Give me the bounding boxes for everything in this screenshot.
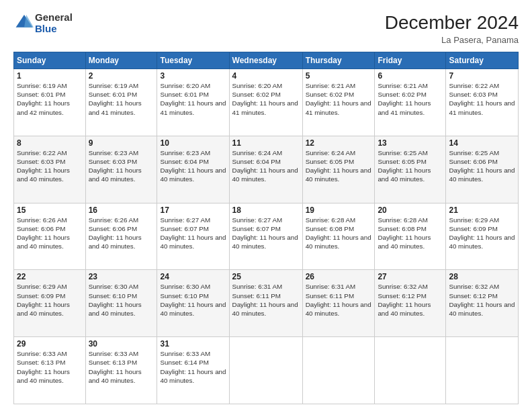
table-row: 7 Sunrise: 6:22 AM Sunset: 6:03 PM Dayli…	[446, 69, 519, 136]
table-row: 3 Sunrise: 6:20 AM Sunset: 6:01 PM Dayli…	[157, 69, 229, 136]
day-info: Sunrise: 6:33 AM Sunset: 6:13 PM Dayligh…	[17, 349, 83, 385]
col-wednesday: Wednesday	[229, 52, 302, 69]
table-row: 21 Sunrise: 6:29 AM Sunset: 6:09 PM Dayl…	[446, 203, 519, 270]
calendar-table: Sunday Monday Tuesday Wednesday Thursday…	[13, 52, 519, 404]
day-info: Sunrise: 6:29 AM Sunset: 6:09 PM Dayligh…	[449, 216, 515, 251]
col-friday: Friday	[375, 52, 446, 69]
day-info: Sunrise: 6:30 AM Sunset: 6:10 PM Dayligh…	[89, 282, 154, 318]
table-row: 14 Sunrise: 6:25 AM Sunset: 6:06 PM Dayl…	[446, 136, 519, 203]
table-row: 11 Sunrise: 6:24 AM Sunset: 6:04 PM Dayl…	[229, 136, 302, 203]
title-block: December 2024 La Pasera, Panama	[385, 12, 519, 45]
table-row: 10 Sunrise: 6:23 AM Sunset: 6:04 PM Dayl…	[157, 136, 229, 203]
day-number: 22	[17, 272, 83, 281]
table-row: 30 Sunrise: 6:33 AM Sunset: 6:13 PM Dayl…	[85, 337, 157, 404]
day-info: Sunrise: 6:25 AM Sunset: 6:06 PM Dayligh…	[449, 148, 515, 184]
col-sunday: Sunday	[14, 52, 86, 69]
day-number: 4	[232, 71, 300, 81]
month-title: December 2024	[385, 12, 519, 34]
logo-text: General Blue	[35, 12, 73, 34]
day-number: 29	[17, 339, 83, 349]
table-row: 1 Sunrise: 6:19 AM Sunset: 6:01 PM Dayli…	[14, 69, 86, 136]
day-info: Sunrise: 6:24 AM Sunset: 6:04 PM Dayligh…	[232, 148, 300, 184]
day-number: 26	[306, 272, 372, 281]
table-row: 27 Sunrise: 6:32 AM Sunset: 6:12 PM Dayl…	[375, 270, 446, 337]
day-number: 10	[160, 138, 226, 148]
table-row: 4 Sunrise: 6:20 AM Sunset: 6:02 PM Dayli…	[229, 69, 302, 136]
table-row: 9 Sunrise: 6:23 AM Sunset: 6:03 PM Dayli…	[85, 136, 157, 203]
day-info: Sunrise: 6:28 AM Sunset: 6:08 PM Dayligh…	[306, 216, 372, 251]
day-info: Sunrise: 6:25 AM Sunset: 6:05 PM Dayligh…	[378, 148, 443, 184]
table-row: 8 Sunrise: 6:22 AM Sunset: 6:03 PM Dayli…	[14, 136, 86, 203]
day-number: 18	[232, 205, 300, 215]
location: La Pasera, Panama	[385, 35, 519, 45]
table-row: 13 Sunrise: 6:25 AM Sunset: 6:05 PM Dayl…	[375, 136, 446, 203]
day-number: 2	[89, 71, 154, 81]
day-info: Sunrise: 6:23 AM Sunset: 6:03 PM Dayligh…	[89, 148, 154, 184]
table-row: 5 Sunrise: 6:21 AM Sunset: 6:02 PM Dayli…	[302, 69, 375, 136]
table-row: 20 Sunrise: 6:28 AM Sunset: 6:08 PM Dayl…	[375, 203, 446, 270]
calendar-body: 1 Sunrise: 6:19 AM Sunset: 6:01 PM Dayli…	[14, 69, 519, 404]
col-monday: Monday	[85, 52, 157, 69]
day-number: 30	[89, 339, 154, 349]
day-number: 8	[17, 138, 83, 148]
table-row: 26 Sunrise: 6:31 AM Sunset: 6:11 PM Dayl…	[302, 270, 375, 337]
day-number: 23	[89, 272, 154, 281]
logo: General Blue	[13, 12, 73, 34]
table-row: 29 Sunrise: 6:33 AM Sunset: 6:13 PM Dayl…	[14, 337, 86, 404]
table-row	[229, 337, 302, 404]
col-tuesday: Tuesday	[157, 52, 229, 69]
day-info: Sunrise: 6:19 AM Sunset: 6:01 PM Dayligh…	[17, 81, 83, 117]
day-number: 25	[232, 272, 300, 281]
table-row	[446, 337, 519, 404]
day-number: 1	[17, 71, 83, 81]
logo-icon	[15, 13, 34, 32]
day-number: 16	[89, 205, 154, 215]
day-info: Sunrise: 6:27 AM Sunset: 6:07 PM Dayligh…	[232, 216, 300, 251]
day-info: Sunrise: 6:28 AM Sunset: 6:08 PM Dayligh…	[378, 216, 443, 251]
day-info: Sunrise: 6:26 AM Sunset: 6:06 PM Dayligh…	[89, 216, 154, 251]
day-number: 13	[378, 138, 443, 148]
day-info: Sunrise: 6:32 AM Sunset: 6:12 PM Dayligh…	[378, 282, 443, 318]
day-info: Sunrise: 6:20 AM Sunset: 6:01 PM Dayligh…	[160, 81, 226, 117]
day-number: 27	[378, 272, 443, 281]
header: General Blue December 2024 La Pasera, Pa…	[13, 12, 519, 45]
table-row: 31 Sunrise: 6:33 AM Sunset: 6:14 PM Dayl…	[157, 337, 229, 404]
day-info: Sunrise: 6:21 AM Sunset: 6:02 PM Dayligh…	[306, 81, 372, 117]
day-number: 5	[306, 71, 372, 81]
day-info: Sunrise: 6:31 AM Sunset: 6:11 PM Dayligh…	[306, 282, 372, 318]
svg-marker-1	[24, 15, 34, 28]
table-row: 23 Sunrise: 6:30 AM Sunset: 6:10 PM Dayl…	[85, 270, 157, 337]
day-number: 9	[89, 138, 154, 148]
day-info: Sunrise: 6:23 AM Sunset: 6:04 PM Dayligh…	[160, 148, 226, 184]
table-row: 12 Sunrise: 6:24 AM Sunset: 6:05 PM Dayl…	[302, 136, 375, 203]
day-number: 21	[449, 205, 515, 215]
page: General Blue December 2024 La Pasera, Pa…	[0, 0, 532, 411]
day-number: 3	[160, 71, 226, 81]
day-number: 6	[378, 71, 443, 81]
day-info: Sunrise: 6:26 AM Sunset: 6:06 PM Dayligh…	[17, 216, 83, 251]
day-info: Sunrise: 6:29 AM Sunset: 6:09 PM Dayligh…	[17, 282, 83, 318]
header-row: Sunday Monday Tuesday Wednesday Thursday…	[14, 52, 519, 69]
day-info: Sunrise: 6:33 AM Sunset: 6:13 PM Dayligh…	[89, 349, 154, 385]
table-row: 22 Sunrise: 6:29 AM Sunset: 6:09 PM Dayl…	[14, 270, 86, 337]
day-info: Sunrise: 6:30 AM Sunset: 6:10 PM Dayligh…	[160, 282, 226, 318]
table-row: 28 Sunrise: 6:32 AM Sunset: 6:12 PM Dayl…	[446, 270, 519, 337]
logo-general: General	[35, 11, 73, 23]
table-row: 15 Sunrise: 6:26 AM Sunset: 6:06 PM Dayl…	[14, 203, 86, 270]
day-number: 12	[306, 138, 372, 148]
day-number: 7	[449, 71, 515, 81]
table-row: 19 Sunrise: 6:28 AM Sunset: 6:08 PM Dayl…	[302, 203, 375, 270]
day-number: 19	[306, 205, 372, 215]
day-number: 17	[160, 205, 226, 215]
col-thursday: Thursday	[302, 52, 375, 69]
day-info: Sunrise: 6:19 AM Sunset: 6:01 PM Dayligh…	[89, 81, 154, 117]
day-number: 20	[378, 205, 443, 215]
day-info: Sunrise: 6:22 AM Sunset: 6:03 PM Dayligh…	[17, 148, 83, 184]
day-info: Sunrise: 6:32 AM Sunset: 6:12 PM Dayligh…	[449, 282, 515, 318]
day-info: Sunrise: 6:27 AM Sunset: 6:07 PM Dayligh…	[160, 216, 226, 251]
table-row: 17 Sunrise: 6:27 AM Sunset: 6:07 PM Dayl…	[157, 203, 229, 270]
logo-blue: Blue	[35, 23, 57, 34]
day-info: Sunrise: 6:31 AM Sunset: 6:11 PM Dayligh…	[232, 282, 300, 318]
day-info: Sunrise: 6:33 AM Sunset: 6:14 PM Dayligh…	[160, 349, 226, 385]
table-row: 16 Sunrise: 6:26 AM Sunset: 6:06 PM Dayl…	[85, 203, 157, 270]
